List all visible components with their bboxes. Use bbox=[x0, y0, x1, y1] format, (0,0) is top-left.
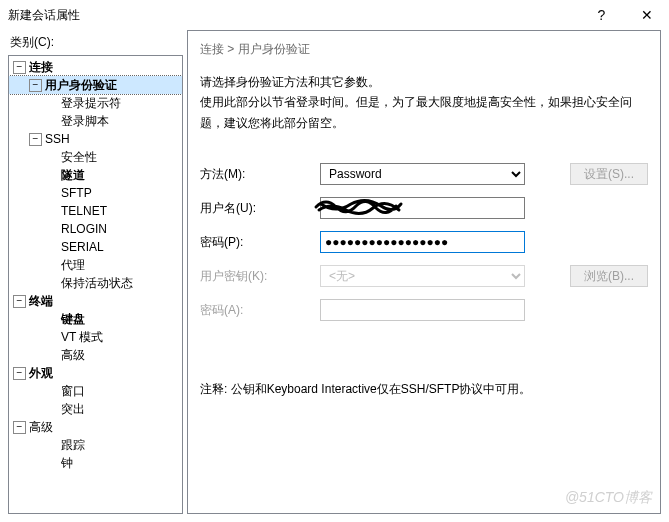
method-label: 方法(M): bbox=[200, 166, 320, 183]
tree-spacer bbox=[45, 331, 58, 344]
tree-node[interactable]: 键盘 bbox=[9, 310, 182, 328]
tree-label: 登录脚本 bbox=[61, 113, 109, 130]
tree-label: 用户身份验证 bbox=[45, 77, 117, 94]
tree-node[interactable]: −外观 bbox=[9, 364, 182, 382]
tree-node[interactable]: 突出 bbox=[9, 400, 182, 418]
tree-label: SERIAL bbox=[61, 240, 104, 254]
description-line2: 使用此部分以节省登录时间。但是，为了最大限度地提高安全性，如果担心安全问题，建议… bbox=[200, 92, 648, 133]
tree-label: VT 模式 bbox=[61, 329, 103, 346]
note: 注释: 公钥和Keyboard Interactive仅在SSH/SFTP协议中… bbox=[200, 381, 648, 398]
tree-label: 终端 bbox=[29, 293, 53, 310]
tree-node[interactable]: 登录提示符 bbox=[9, 94, 182, 112]
userkey-select: <无> bbox=[320, 265, 525, 287]
tree-label: 登录提示符 bbox=[61, 95, 121, 112]
tree-label: SSH bbox=[45, 132, 70, 146]
tree-label: 跟踪 bbox=[61, 437, 85, 454]
tree-node[interactable]: −连接 bbox=[9, 58, 182, 76]
tree-spacer bbox=[45, 259, 58, 272]
tree-label: 钟 bbox=[61, 455, 73, 472]
close-button[interactable]: ✕ bbox=[624, 0, 669, 30]
tree-node[interactable]: 隧道 bbox=[9, 166, 182, 184]
tree-spacer bbox=[45, 385, 58, 398]
collapse-icon[interactable]: − bbox=[29, 133, 42, 146]
tree-spacer bbox=[45, 403, 58, 416]
tree-node[interactable]: 登录脚本 bbox=[9, 112, 182, 130]
tree-node[interactable]: VT 模式 bbox=[9, 328, 182, 346]
collapse-icon[interactable]: − bbox=[13, 61, 26, 74]
tree-spacer bbox=[45, 151, 58, 164]
tree-spacer bbox=[45, 241, 58, 254]
settings-button: 设置(S)... bbox=[570, 163, 648, 185]
tree-label: 隧道 bbox=[61, 167, 85, 184]
tree-spacer bbox=[45, 205, 58, 218]
tree-spacer bbox=[45, 115, 58, 128]
category-tree[interactable]: −连接−用户身份验证登录提示符登录脚本−SSH安全性隧道SFTPTELNETRL… bbox=[8, 55, 183, 514]
tree-spacer bbox=[45, 439, 58, 452]
tree-node[interactable]: 窗口 bbox=[9, 382, 182, 400]
tree-label: 键盘 bbox=[61, 311, 85, 328]
window-title: 新建会话属性 bbox=[8, 7, 579, 24]
method-select[interactable]: Password bbox=[320, 163, 525, 185]
tree-node[interactable]: 钟 bbox=[9, 454, 182, 472]
password2-input bbox=[320, 299, 525, 321]
tree-node[interactable]: SFTP bbox=[9, 184, 182, 202]
tree-node[interactable]: −用户身份验证 bbox=[9, 76, 182, 94]
collapse-icon[interactable]: − bbox=[13, 295, 26, 308]
tree-spacer bbox=[45, 277, 58, 290]
collapse-icon[interactable]: − bbox=[13, 421, 26, 434]
tree-label: RLOGIN bbox=[61, 222, 107, 236]
tree-label: 高级 bbox=[61, 347, 85, 364]
collapse-icon[interactable]: − bbox=[13, 367, 26, 380]
tree-label: 外观 bbox=[29, 365, 53, 382]
tree-node[interactable]: −终端 bbox=[9, 292, 182, 310]
title-bar: 新建会话属性 ? ✕ bbox=[0, 0, 669, 30]
tree-spacer bbox=[45, 349, 58, 362]
username-input[interactable] bbox=[320, 197, 525, 219]
tree-spacer bbox=[45, 169, 58, 182]
tree-label: SFTP bbox=[61, 186, 92, 200]
tree-label: 高级 bbox=[29, 419, 53, 436]
tree-label: 突出 bbox=[61, 401, 85, 418]
main-panel: 连接 > 用户身份验证 请选择身份验证方法和其它参数。 使用此部分以节省登录时间… bbox=[187, 30, 661, 514]
tree-label: 窗口 bbox=[61, 383, 85, 400]
username-label: 用户名(U): bbox=[200, 200, 320, 217]
tree-node[interactable]: −高级 bbox=[9, 418, 182, 436]
tree-node[interactable]: 保持活动状态 bbox=[9, 274, 182, 292]
password-label: 密码(P): bbox=[200, 234, 320, 251]
tree-spacer bbox=[45, 97, 58, 110]
description: 请选择身份验证方法和其它参数。 使用此部分以节省登录时间。但是，为了最大限度地提… bbox=[200, 72, 648, 133]
password2-label: 密码(A): bbox=[200, 302, 320, 319]
help-button[interactable]: ? bbox=[579, 0, 624, 30]
tree-node[interactable]: −SSH bbox=[9, 130, 182, 148]
tree-node[interactable]: SERIAL bbox=[9, 238, 182, 256]
tree-node[interactable]: 高级 bbox=[9, 346, 182, 364]
tree-label: 代理 bbox=[61, 257, 85, 274]
category-label: 类别(C): bbox=[8, 30, 183, 55]
tree-spacer bbox=[45, 313, 58, 326]
tree-label: 安全性 bbox=[61, 149, 97, 166]
userkey-label: 用户密钥(K): bbox=[200, 268, 320, 285]
tree-label: 连接 bbox=[29, 59, 53, 76]
browse-button: 浏览(B)... bbox=[570, 265, 648, 287]
tree-node[interactable]: TELNET bbox=[9, 202, 182, 220]
tree-label: 保持活动状态 bbox=[61, 275, 133, 292]
tree-label: TELNET bbox=[61, 204, 107, 218]
tree-node[interactable]: 代理 bbox=[9, 256, 182, 274]
description-line1: 请选择身份验证方法和其它参数。 bbox=[200, 72, 648, 92]
tree-node[interactable]: RLOGIN bbox=[9, 220, 182, 238]
tree-node[interactable]: 跟踪 bbox=[9, 436, 182, 454]
breadcrumb: 连接 > 用户身份验证 bbox=[200, 41, 648, 58]
collapse-icon[interactable]: − bbox=[29, 79, 42, 92]
tree-spacer bbox=[45, 457, 58, 470]
tree-spacer bbox=[45, 223, 58, 236]
tree-spacer bbox=[45, 187, 58, 200]
password-input[interactable] bbox=[320, 231, 525, 253]
tree-node[interactable]: 安全性 bbox=[9, 148, 182, 166]
watermark: @51CTO博客 bbox=[565, 489, 652, 507]
